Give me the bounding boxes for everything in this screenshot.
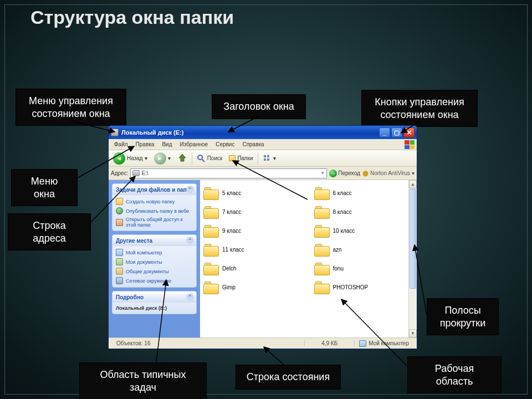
address-label: Адрес: (111, 170, 128, 176)
scroll-down-button[interactable]: ▼ (409, 329, 417, 337)
task-publish[interactable]: Опубликовать папку в вебе (116, 207, 193, 214)
views-button[interactable]: ▾ (260, 153, 278, 164)
task-label: Создать новую папку (126, 199, 175, 204)
folder-item[interactable]: Delch (203, 260, 303, 277)
drive-icon (132, 170, 140, 176)
callout-tasks-area: Область типичных задач (79, 362, 207, 399)
folder-item[interactable]: azn (314, 241, 414, 258)
folder-item[interactable]: 10 класс (314, 222, 414, 239)
folder-item[interactable]: 7 класс (203, 203, 303, 220)
callout-addressbar: Строка адреса (8, 213, 91, 250)
publish-icon (116, 207, 123, 214)
scroll-up-button[interactable]: ▲ (409, 180, 417, 188)
details-text: Локальный диск (E:) (116, 305, 167, 311)
folders-icon (229, 155, 236, 161)
task-share[interactable]: Открыть общий доступ к этой папке (116, 217, 193, 228)
folder-item[interactable]: 11 класс (203, 241, 303, 258)
window-body: Задачи для файлов и папок⌃ Создать новую… (109, 180, 417, 337)
folder-item[interactable]: 6 класс (314, 185, 414, 201)
folder-item[interactable]: 8 класс (314, 203, 414, 220)
folder-window: Локальный диск (E:) _ ▢ ✕ Файл Правка Ви… (108, 125, 417, 349)
scroll-thumb[interactable] (410, 189, 416, 289)
task-new-folder[interactable]: Создать новую папку (116, 198, 193, 205)
go-button[interactable]: →Переход (329, 170, 360, 177)
svg-rect-3 (267, 155, 269, 157)
folder-label: Gimp (222, 284, 236, 290)
maximize-button[interactable]: ▢ (391, 127, 402, 137)
folder-item[interactable]: 5 класс (203, 185, 303, 201)
places-panel: Другие места⌃ Мой компьютер Мои документ… (112, 234, 197, 288)
tasks-header[interactable]: Задачи для файлов и папок⌃ (112, 184, 196, 195)
place-label: Сетевое окружение (126, 278, 171, 284)
dropdown-icon[interactable]: ▼ (320, 171, 325, 176)
svg-line-1 (202, 159, 204, 162)
folders-button[interactable]: Папки (227, 154, 255, 162)
menu-edit[interactable]: Правка (132, 140, 158, 149)
svg-rect-2 (264, 155, 266, 157)
vertical-scrollbar[interactable]: ▲ ▼ (408, 180, 417, 337)
minimize-button[interactable]: _ (379, 127, 390, 137)
folder-icon (314, 262, 330, 275)
system-menu-icon[interactable] (111, 129, 119, 136)
svg-rect-4 (264, 158, 266, 161)
titlebar[interactable]: Локальный диск (E:) _ ▢ ✕ (109, 126, 417, 139)
task-label: Опубликовать папку в вебе (126, 208, 189, 214)
toolbar-separator (258, 152, 258, 165)
share-icon (116, 219, 123, 226)
collapse-icon[interactable]: ⌃ (186, 186, 194, 193)
menu-view[interactable]: Вид (158, 140, 175, 149)
folder-icon (314, 205, 330, 218)
folder-icon (203, 224, 219, 237)
folder-icon (203, 243, 219, 256)
places-header[interactable]: Другие места⌃ (112, 235, 196, 246)
svg-line-15 (264, 347, 284, 365)
new-folder-icon (116, 198, 123, 205)
folder-label: PHOTOSHOP (333, 284, 369, 290)
menu-file[interactable]: Файл (111, 140, 131, 149)
place-label: Мои документы (126, 259, 162, 265)
callout-window-buttons: Кнопки управления состоянием окна (361, 90, 478, 127)
place-label: Мой компьютер (126, 250, 162, 255)
computer-icon (116, 249, 123, 256)
place-mycomputer[interactable]: Мой компьютер (116, 249, 193, 256)
folders-label: Папки (237, 155, 253, 161)
menu-help[interactable]: Справка (239, 140, 267, 149)
search-button[interactable]: Поиск (195, 153, 225, 164)
status-size: 4,9 КБ (305, 340, 355, 346)
address-field[interactable]: E:\ ▼ (130, 168, 327, 178)
callout-statusbar: Строка состояния (236, 365, 341, 390)
folder-label: fonu (333, 265, 344, 272)
folder-label: 6 класс (333, 190, 352, 196)
folder-item[interactable]: 9 класс (203, 222, 303, 239)
go-label: Переход (338, 170, 360, 176)
place-shareddocs[interactable]: Общие документы (116, 268, 193, 275)
shared-docs-icon (116, 268, 123, 275)
collapse-icon[interactable]: ⌃ (186, 293, 194, 301)
folder-icon (314, 243, 330, 256)
menu-tools[interactable]: Сервис (212, 140, 238, 149)
callout-title: Заголовок окна (212, 94, 306, 119)
place-mydocs[interactable]: Мои документы (116, 258, 193, 265)
details-header[interactable]: Подробно⌃ (112, 291, 196, 303)
place-network[interactable]: Сетевое окружение (116, 277, 193, 284)
norton-button[interactable]: ⬤Norton AntiVirus ▾ (362, 170, 415, 176)
content-area[interactable]: 5 класс6 класс7 класс8 класс9 класс10 кл… (200, 180, 417, 337)
collapse-icon[interactable]: ⌃ (186, 237, 194, 244)
menu-favorites[interactable]: Избранное (176, 140, 211, 149)
folder-icon (314, 224, 330, 237)
folder-item[interactable]: PHOTOSHOP (314, 279, 414, 295)
folder-icon (203, 262, 219, 275)
folder-item[interactable]: Gimp (203, 279, 303, 295)
folder-item[interactable]: fonu (314, 260, 414, 277)
folder-label: 7 класс (222, 209, 241, 215)
callout-workarea: Рабочая область (407, 356, 502, 393)
up-button[interactable] (175, 152, 190, 165)
folder-label: 9 класс (222, 228, 241, 234)
documents-icon (116, 258, 123, 265)
status-objects: Объектов: 16 (112, 340, 305, 346)
tasks-header-label: Задачи для файлов и папок (116, 187, 193, 193)
folder-label: 5 класс (222, 190, 241, 196)
close-button[interactable]: ✕ (403, 127, 415, 137)
forward-button[interactable]: ► ▾ (152, 151, 173, 166)
back-button[interactable]: ◄Назад ▾ (111, 151, 150, 166)
